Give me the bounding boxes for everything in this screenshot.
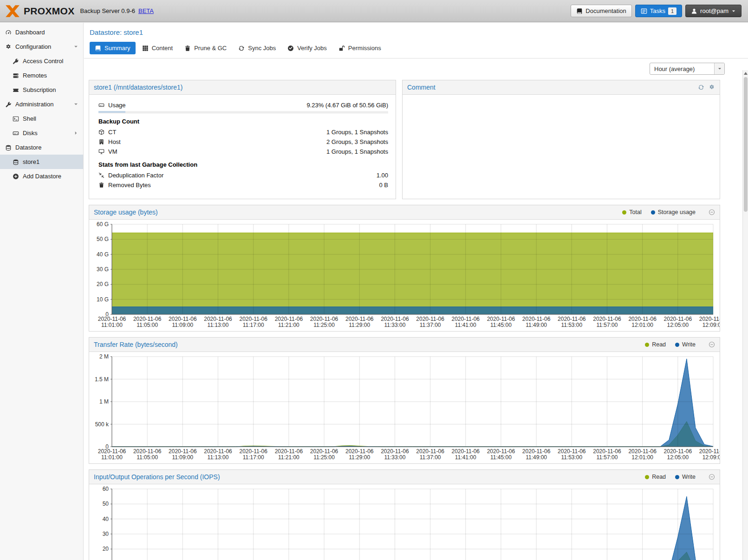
iops-panel-header: Input/Output Operations per Second (IOPS… [89, 470, 720, 484]
scroll-up-arrow[interactable] [743, 70, 748, 76]
svg-text:2020-11-06: 2020-11-06 [416, 316, 444, 322]
backup-count-rows: CT1 Groups, 1 SnapshotsHost2 Groups, 3 S… [98, 127, 388, 156]
hdd-icon [13, 130, 19, 137]
user-menu-button[interactable]: root@pam [685, 5, 741, 17]
svg-text:2020-11-06: 2020-11-06 [133, 316, 162, 322]
tasks-label: Tasks [650, 7, 665, 14]
tab-permissions[interactable]: Permissions [333, 42, 386, 54]
svg-text:11:33:00: 11:33:00 [384, 322, 405, 328]
sidebar-item-datastore[interactable]: Datastore [0, 140, 83, 155]
backup-count-heading: Backup Count [98, 118, 388, 125]
summary-panel-title: store1 (/mnt/datastores/store1) [94, 84, 182, 91]
period-select-trigger[interactable] [714, 63, 724, 74]
svg-text:11:21:00: 11:21:00 [278, 322, 299, 328]
compress-icon [98, 172, 104, 178]
tab-sync-jobs[interactable]: Sync Jobs [233, 42, 281, 54]
scrollbar-thumb[interactable] [744, 77, 748, 212]
sidebar-item-administration[interactable]: Administration [0, 97, 83, 111]
user-icon [691, 8, 697, 14]
servers-icon [13, 72, 19, 79]
svg-text:50 G: 50 G [97, 236, 109, 242]
period-select[interactable]: Hour (average) [650, 63, 725, 75]
svg-text:11:17:00: 11:17:00 [243, 454, 264, 461]
legend-dot [645, 343, 649, 347]
svg-text:2020-11-06: 2020-11-06 [381, 316, 409, 322]
tasks-button[interactable]: Tasks 1 [635, 5, 682, 17]
sidebar-item-shell[interactable]: Shell [0, 111, 83, 126]
storage-usage-panel: Storage usage (bytes) TotalStorage usage… [89, 205, 720, 332]
usage-label: Usage [108, 102, 126, 109]
svg-text:2020-11-06: 2020-11-06 [664, 448, 692, 455]
legend-item-write[interactable]: Write [675, 341, 696, 348]
svg-text:40: 40 [103, 516, 109, 522]
collapse-panel-icon[interactable] [709, 209, 715, 215]
monitor-icon [98, 149, 104, 155]
legend-item-total[interactable]: Total [622, 209, 641, 215]
tab-content[interactable]: Content [137, 42, 178, 54]
row-label: Host [108, 138, 121, 145]
sync-icon [238, 45, 245, 52]
row-label: Deduplication Factor [108, 172, 163, 179]
usage-value: 9.23% (4.67 GiB of 50.56 GiB) [306, 102, 388, 109]
gc-stat-row: Removed Bytes0 B [98, 180, 388, 190]
collapse-panel-icon[interactable] [709, 474, 715, 480]
documentation-button[interactable]: Documentation [571, 5, 631, 17]
sidebar-item-dashboard[interactable]: Dashboard [0, 25, 83, 39]
sidebar-item-disks[interactable]: Disks [0, 126, 83, 140]
svg-text:2020-11-06: 2020-11-06 [699, 448, 720, 455]
building-icon [98, 139, 104, 145]
svg-text:2020-11-06: 2020-11-06 [558, 448, 586, 455]
svg-text:11:05:00: 11:05:00 [137, 322, 158, 328]
transfer-rate-panel: Transfer Rate (bytes/second) ReadWrite 2… [89, 337, 720, 464]
backup-count-row: CT1 Groups, 1 Snapshots [98, 127, 388, 137]
sidebar-item-configuration[interactable]: Configuration [0, 39, 83, 54]
tab-prune-gc[interactable]: Prune & GC [179, 42, 232, 54]
legend-item-write[interactable]: Write [675, 474, 696, 480]
refresh-icon[interactable] [698, 84, 704, 91]
beta-link[interactable]: BETA [138, 7, 154, 14]
row-value: 1 Groups, 1 Snapshots [326, 148, 388, 155]
svg-text:60 G: 60 G [97, 221, 109, 228]
sidebar-item-remotes[interactable]: Remotes [0, 68, 83, 83]
svg-text:30 G: 30 G [97, 266, 109, 273]
collapse-panel-icon[interactable] [709, 341, 715, 348]
svg-text:2020-11-06: 2020-11-06 [133, 448, 162, 455]
trash-icon [98, 182, 104, 188]
row-label: VM [108, 148, 117, 155]
proxmox-logo-icon [5, 3, 20, 19]
gc-stat-rows: Deduplication Factor1.00Removed Bytes0 B [98, 170, 388, 190]
tab-label: Permissions [348, 45, 381, 52]
caret-down-icon [731, 9, 736, 13]
comment-panel-tools [698, 84, 715, 91]
comment-content[interactable] [403, 95, 720, 199]
legend-item-storage-usage[interactable]: Storage usage [651, 209, 696, 215]
svg-text:11:53:00: 11:53:00 [561, 322, 582, 328]
svg-text:11:49:00: 11:49:00 [526, 322, 547, 328]
svg-text:40 G: 40 G [97, 251, 109, 258]
svg-text:2020-11-06: 2020-11-06 [558, 316, 586, 322]
sidebar-item-store1[interactable]: store1 [0, 155, 83, 169]
storage-usage-chart: 2020-11-0611:01:002020-11-0611:05:002020… [90, 221, 720, 331]
svg-text:11:29:00: 11:29:00 [349, 454, 370, 461]
row-label: Removed Bytes [108, 182, 151, 189]
sidebar: DashboardConfigurationAccess ControlRemo… [0, 23, 84, 560]
legend-label: Write [682, 341, 696, 348]
svg-text:2020-11-06: 2020-11-06 [310, 316, 338, 322]
tab-verify-jobs[interactable]: Verify Jobs [282, 42, 332, 54]
svg-text:2020-11-06: 2020-11-06 [345, 316, 374, 322]
svg-text:12:05:00: 12:05:00 [667, 322, 689, 328]
sidebar-item-access-control[interactable]: Access Control [0, 54, 83, 68]
vertical-scrollbar[interactable] [742, 70, 748, 560]
sidebar-item-add-datastore[interactable]: Add Datastore [0, 169, 83, 183]
grid-icon [142, 45, 149, 52]
comment-panel: Comment [402, 80, 720, 199]
svg-text:2020-11-06: 2020-11-06 [487, 448, 515, 455]
legend-item-read[interactable]: Read [645, 474, 666, 480]
backup-count-row: Host2 Groups, 3 Snapshots [98, 137, 388, 147]
legend-item-read[interactable]: Read [645, 341, 666, 348]
svg-text:2020-11-06: 2020-11-06 [593, 448, 621, 455]
sidebar-item-subscription[interactable]: Subscription [0, 83, 83, 97]
svg-text:2020-11-06: 2020-11-06 [275, 316, 303, 322]
settings-gear-icon[interactable] [709, 84, 715, 91]
tab-summary[interactable]: Summary [90, 42, 136, 54]
